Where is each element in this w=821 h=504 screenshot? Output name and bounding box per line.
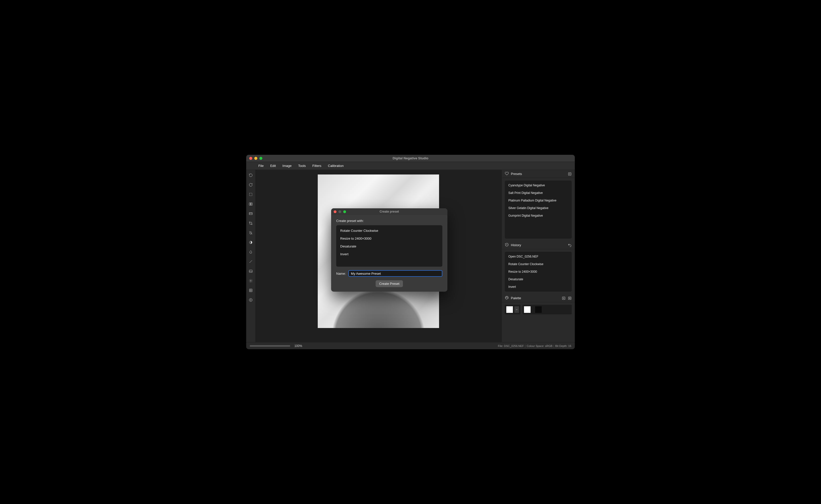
palette-label: Palette bbox=[511, 296, 521, 300]
zoom-label: 100% bbox=[293, 344, 303, 348]
app-window: Digital Negative Studio File Edit Image … bbox=[246, 155, 575, 349]
traffic-lights bbox=[246, 157, 262, 160]
window-close-button[interactable] bbox=[249, 157, 252, 160]
status-bitdepth: Bit Depth: 16 bbox=[555, 344, 571, 347]
crop-icon[interactable] bbox=[248, 220, 254, 226]
svg-rect-1 bbox=[249, 203, 251, 205]
menubar: File Edit Image Tools Filters Calibratio… bbox=[246, 162, 575, 170]
status-separator: | bbox=[525, 344, 526, 347]
preset-item[interactable]: Silver Gelatin Digital Negative bbox=[505, 204, 572, 212]
menu-edit[interactable]: Edit bbox=[268, 163, 278, 169]
right-sidebar: Presets Cyanotype Digital Negative Salt … bbox=[501, 170, 575, 342]
status-bar: 100% File: DSC_0256.NEF | Colour Space: … bbox=[246, 342, 575, 349]
window-title: Digital Negative Studio bbox=[246, 156, 575, 160]
dialog-step[interactable]: Rotate Counter Clockwise bbox=[336, 227, 442, 235]
swatch-list bbox=[522, 305, 572, 314]
swatch-item[interactable] bbox=[524, 306, 530, 313]
zoom-slider[interactable] bbox=[250, 345, 290, 347]
menu-image[interactable]: Image bbox=[280, 163, 294, 169]
primary-swatch bbox=[506, 306, 513, 313]
curve-icon[interactable] bbox=[248, 259, 254, 264]
flip-horizontal-icon[interactable] bbox=[248, 201, 254, 207]
tool-rail bbox=[246, 170, 255, 342]
menu-calibration[interactable]: Calibration bbox=[326, 163, 346, 169]
dialog-title: Create preset bbox=[331, 210, 447, 213]
desaturate-icon[interactable] bbox=[248, 230, 254, 236]
history-icon bbox=[505, 243, 509, 247]
dialog-titlebar: Create preset bbox=[331, 208, 447, 215]
svg-rect-8 bbox=[249, 270, 252, 272]
rotate-cw-icon[interactable] bbox=[248, 172, 254, 178]
history-item[interactable]: Resize to 2400×3000 bbox=[505, 268, 572, 275]
primary-swatch-picker[interactable] bbox=[505, 305, 520, 314]
contrast-icon[interactable] bbox=[248, 240, 254, 245]
palette-row bbox=[502, 302, 575, 318]
titlebar: Digital Negative Studio bbox=[246, 155, 575, 162]
svg-point-20 bbox=[506, 297, 507, 297]
dialog-step[interactable]: Invert bbox=[336, 250, 442, 258]
svg-rect-2 bbox=[251, 203, 252, 205]
window-minimize-button[interactable] bbox=[254, 157, 257, 160]
dialog-step[interactable]: Desaturate bbox=[336, 242, 442, 250]
status-file: File: DSC_0256.NEF bbox=[498, 344, 524, 347]
menu-filters[interactable]: Filters bbox=[310, 163, 323, 169]
create-preset-dialog: Create preset Create preset with: Rotate… bbox=[331, 208, 447, 292]
history-item[interactable]: Rotate Counter Clockwise bbox=[505, 260, 572, 268]
chevron-down-icon[interactable] bbox=[514, 306, 519, 313]
history-label: History bbox=[511, 243, 521, 247]
add-icon[interactable] bbox=[248, 297, 254, 303]
dialog-name-label: Name: bbox=[336, 272, 346, 275]
add-preset-button[interactable] bbox=[568, 172, 572, 176]
blur-icon[interactable] bbox=[248, 249, 254, 255]
svg-rect-4 bbox=[249, 213, 252, 215]
history-header: History bbox=[502, 241, 575, 249]
svg-rect-0 bbox=[250, 193, 252, 196]
add-swatch-button[interactable] bbox=[562, 296, 566, 300]
preset-item[interactable]: Platinum Palladium Digital Negative bbox=[505, 197, 572, 204]
preset-item[interactable]: Salt Print Digital Negative bbox=[505, 189, 572, 197]
remove-swatch-button[interactable] bbox=[568, 296, 572, 300]
heart-icon bbox=[505, 171, 509, 176]
palette-header: Palette bbox=[502, 294, 575, 302]
grid-icon[interactable] bbox=[248, 288, 254, 293]
palette-icon bbox=[505, 296, 509, 300]
menu-tools[interactable]: Tools bbox=[296, 163, 308, 169]
swatch-item[interactable] bbox=[535, 306, 542, 313]
resize-icon[interactable] bbox=[248, 211, 254, 216]
window-zoom-button[interactable] bbox=[259, 157, 262, 160]
presets-label: Presets bbox=[511, 172, 522, 176]
image-icon[interactable] bbox=[248, 268, 254, 274]
history-list: Open DSC_0256.NEF Rotate Counter Clockwi… bbox=[505, 252, 572, 292]
gear-icon[interactable] bbox=[248, 278, 254, 284]
menu-file[interactable]: File bbox=[256, 163, 266, 169]
svg-point-9 bbox=[250, 280, 251, 281]
rotate-ccw-icon[interactable] bbox=[248, 182, 254, 188]
undo-button[interactable] bbox=[568, 243, 572, 247]
presets-list: Cyanotype Digital Negative Salt Print Di… bbox=[505, 181, 572, 239]
create-preset-button[interactable]: Create Preset bbox=[376, 280, 403, 287]
history-item[interactable]: Invert bbox=[505, 283, 572, 291]
preset-name-input[interactable] bbox=[348, 270, 442, 277]
status-colourspace: Colour Space: sRGB bbox=[526, 344, 552, 347]
preset-item[interactable]: Gumprint Digital Negative bbox=[505, 212, 572, 219]
preset-item[interactable]: Cyanotype Digital Negative bbox=[505, 182, 572, 189]
canvas-area[interactable]: Create preset Create preset with: Rotate… bbox=[255, 170, 501, 342]
dialog-intro-label: Create preset with: bbox=[336, 219, 442, 223]
presets-header: Presets bbox=[502, 170, 575, 178]
dialog-steps-list: Rotate Counter Clockwise Resize to 2400×… bbox=[336, 225, 442, 267]
history-item[interactable]: Open DSC_0256.NEF bbox=[505, 253, 572, 260]
select-icon[interactable] bbox=[248, 192, 254, 197]
status-separator: | bbox=[553, 344, 554, 347]
dialog-step[interactable]: Resize to 2400×3000 bbox=[336, 235, 442, 242]
history-item[interactable]: Desaturate bbox=[505, 275, 572, 283]
